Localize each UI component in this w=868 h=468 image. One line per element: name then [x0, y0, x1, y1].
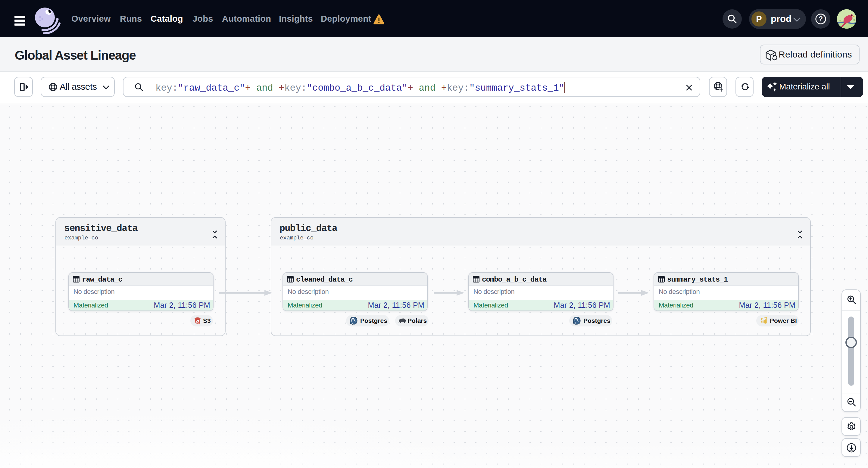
svg-text:?: ?: [818, 15, 823, 23]
